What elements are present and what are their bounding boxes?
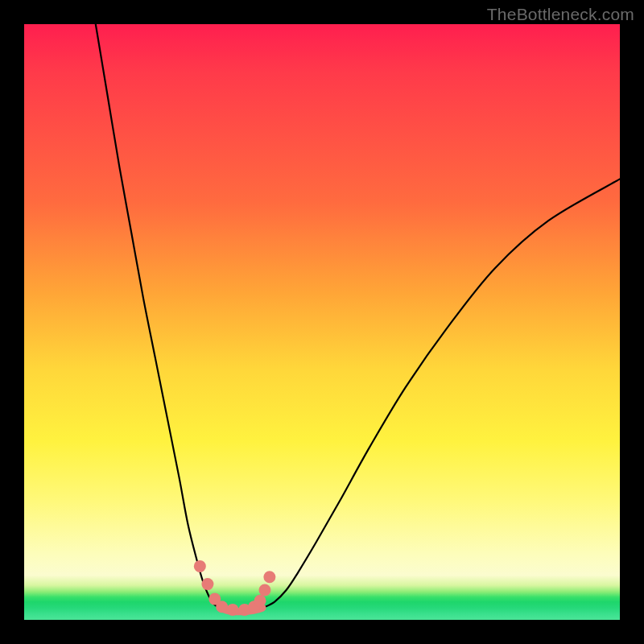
- outer-frame: TheBottleneck.com: [0, 0, 644, 644]
- highlight-dot: [201, 578, 213, 590]
- highlight-dot: [263, 571, 275, 583]
- highlight-dot: [216, 601, 228, 613]
- highlight-dot: [254, 595, 266, 607]
- chart-svg: [24, 24, 620, 620]
- highlight-dot: [194, 560, 206, 572]
- watermark-text: TheBottleneck.com: [487, 5, 634, 24]
- highlight-dot: [227, 604, 239, 616]
- curve-right-branch: [262, 179, 620, 608]
- curve-left-branch: [96, 24, 221, 608]
- highlight-dot: [258, 584, 270, 597]
- plot-area: [24, 24, 620, 620]
